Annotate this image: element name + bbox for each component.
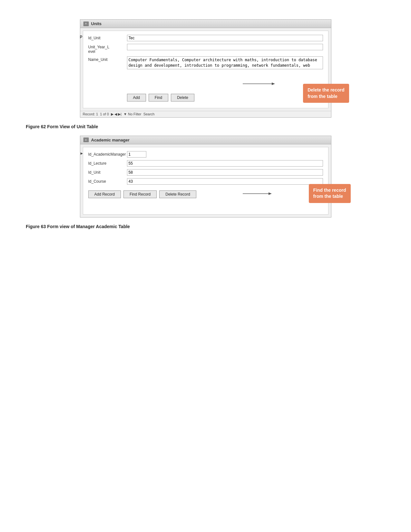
label-id-unit: Id_Unit [88,35,127,40]
arrow-svg-63 [243,187,301,203]
units-icon: ≡ [83,22,89,26]
input-id-course[interactable] [127,178,323,185]
field-name-unit: Name_Unit Computer Fundamentals, Compute… [88,56,323,69]
input-id-lecture[interactable] [127,160,323,167]
find-tooltip-63: Find the record from the table [309,184,351,203]
academic-titlebar: ≡ Academic manager [80,136,331,144]
caption-63: Figure 63 Form view of Manager Academic … [13,224,398,229]
units-form-window: ≡ Units P Id_Unit Unit_Year_Level Name_U… [80,19,331,118]
add-button-62[interactable]: Add [127,94,146,102]
input-id-academic-manager[interactable] [127,151,146,158]
record-indicator-63: ► [80,151,84,156]
academic-icon: ≡ [83,138,89,142]
caption-62: Figure 62 Form View of Unit Table [13,124,398,129]
statusbar-62: Record: 1 1 of 0 ▶ ◀ ▶| ▼ No Filter Sear… [80,111,331,117]
label-unit-year-level: Unit_Year_Level [88,44,127,54]
units-title: Units [91,21,102,26]
input-id-unit-63[interactable] [127,169,323,176]
field-id-course: Id_Course [88,178,323,185]
figure-63: ≡ Academic manager ► Id_AcademicManager … [13,136,398,218]
delete-record-button[interactable]: Delete Record [159,190,196,198]
field-id-academic-manager: Id_AcademicManager [88,151,323,158]
academic-manager-form-window: ≡ Academic manager ► Id_AcademicManager … [80,136,331,218]
label-id-academic-manager: Id_AcademicManager [88,151,127,157]
svg-marker-1 [272,82,275,85]
units-titlebar: ≡ Units [80,20,331,28]
field-id-unit: Id_Unit [88,35,323,41]
find-record-button[interactable]: Find Record [123,190,157,198]
add-record-button[interactable]: Add Record [88,190,121,198]
academic-title: Academic manager [91,138,130,142]
field-id-lecture: Id_Lecture [88,160,323,167]
delete-tooltip-62: Delete the record from the table [303,84,349,103]
input-id-unit[interactable] [127,35,323,41]
label-id-lecture: Id_Lecture [88,160,127,166]
statusbar-text-62: Record: 1 1 of 0 ▶ ◀ ▶| ▼ No Filter Sear… [83,112,155,116]
find-button-62[interactable]: Find [149,94,168,102]
figure-62: ≡ Units P Id_Unit Unit_Year_Level Name_U… [13,19,398,118]
field-id-unit-63: Id_Unit [88,169,323,176]
delete-button-62[interactable]: Delete [171,94,194,102]
input-name-unit[interactable]: Computer Fundamentals, Computer architec… [127,56,323,69]
label-name-unit: Name_Unit [88,56,127,62]
field-unit-year-level: Unit_Year_Level [88,44,323,54]
record-indicator: P [80,35,83,39]
label-id-course: Id_Course [88,178,127,184]
academic-form-body: ► Id_AcademicManager Id_Lecture Id_Unit [83,147,328,215]
units-form-body: P Id_Unit Unit_Year_Level Name_Unit Comp… [83,31,328,108]
input-unit-year-level[interactable] [127,44,323,50]
label-id-unit-63: Id_Unit [88,169,127,175]
svg-marker-3 [269,192,272,195]
